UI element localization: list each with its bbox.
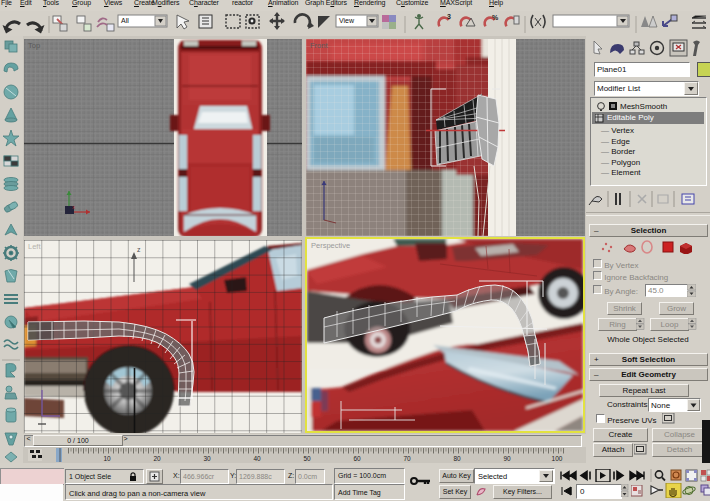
svg-text:Left: Left — [28, 242, 41, 251]
svg-text:All: All — [121, 17, 129, 24]
svg-text:40: 40 — [253, 455, 261, 462]
svg-text:60: 60 — [353, 455, 361, 462]
svg-text:100: 100 — [552, 455, 563, 462]
svg-text:90: 90 — [503, 455, 511, 462]
svg-text:30: 30 — [203, 455, 211, 462]
svg-text:80: 80 — [453, 455, 461, 462]
svg-text:x: x — [72, 204, 75, 210]
svg-text:50: 50 — [303, 455, 311, 462]
svg-text:Top: Top — [28, 41, 40, 50]
svg-text:Front: Front — [310, 41, 328, 50]
svg-text:z: z — [137, 246, 141, 253]
svg-text:10: 10 — [103, 455, 111, 462]
svg-text:20: 20 — [153, 455, 161, 462]
svg-text:View: View — [339, 17, 355, 24]
svg-text:3: 3 — [447, 13, 451, 20]
svg-text:70: 70 — [403, 455, 411, 462]
svg-text:%: % — [492, 14, 499, 21]
svg-text:Perspective: Perspective — [311, 241, 350, 250]
